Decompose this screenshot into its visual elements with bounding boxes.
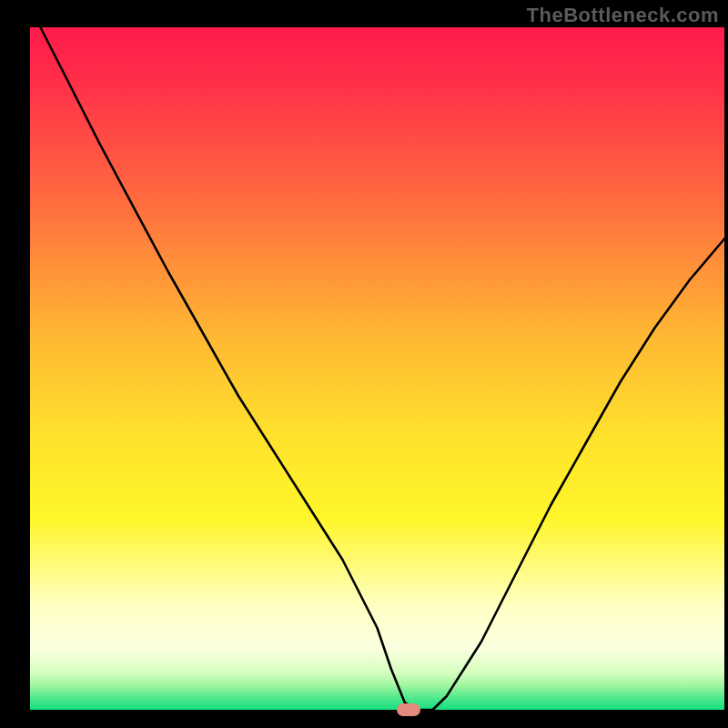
bottleneck-chart xyxy=(0,0,728,728)
plot-background xyxy=(30,27,724,710)
watermark-text: TheBottleneck.com xyxy=(527,4,719,27)
minimum-marker xyxy=(397,703,420,716)
chart-frame: TheBottleneck.com xyxy=(0,0,728,728)
